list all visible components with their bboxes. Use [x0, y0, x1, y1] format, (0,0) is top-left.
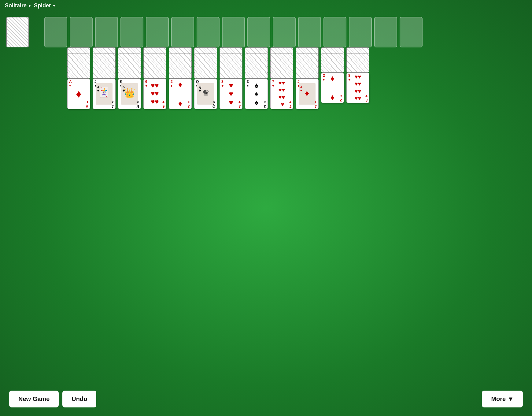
fd-card — [346, 60, 369, 66]
new-game-button[interactable]: New Game — [9, 391, 59, 407]
fd-card — [346, 54, 369, 60]
top-card-7[interactable]: 3♠ ♠♠♠ 3♠ — [245, 79, 268, 109]
card-center-suit: ♦♦ — [178, 80, 182, 108]
top-card-8[interactable]: 7♥ ♥♥♥♥♥♥ ♥ 7♥ — [270, 79, 293, 109]
fd-card — [245, 72, 268, 79]
stock-pile[interactable] — [6, 17, 29, 47]
facedown-stack-8 — [270, 47, 293, 78]
stock-card[interactable] — [6, 17, 29, 47]
tableau-column-3[interactable]: 6♥ ♥♥♥♥♥♥ 6♥ — [143, 47, 166, 109]
fd-card — [67, 47, 90, 54]
bottom-bar: New Game Undo More ▼ — [0, 391, 532, 407]
svg-text:♦: ♦ — [305, 88, 309, 98]
top-card-3[interactable]: 6♥ ♥♥♥♥♥♥ 6♥ — [143, 79, 166, 109]
foundation-slot-7[interactable] — [197, 17, 220, 47]
foundation-slot-13[interactable] — [349, 17, 372, 47]
foundation-slot-14[interactable] — [374, 17, 397, 47]
fd-card — [321, 54, 344, 60]
top-card-6[interactable]: 3♥ ♥♥♥ 3♥ — [220, 79, 242, 109]
fd-card — [194, 60, 217, 66]
fd-card — [143, 47, 166, 54]
tableau-column-7[interactable]: 3♠ ♠♠♠ 3♠ — [245, 47, 268, 109]
card-rank-top: 3♥ — [221, 80, 224, 88]
fd-card — [169, 47, 192, 54]
card-rank-bottom: 2♦ — [340, 94, 342, 102]
tableau-column-5[interactable]: Q♣ ♛ Q ♣ Q♣ — [194, 47, 217, 109]
svg-text:♣: ♣ — [123, 88, 125, 92]
top-card-4[interactable]: 2♦ ♦♦ 2♦ — [169, 79, 192, 109]
tableau-column-11[interactable]: 8♥ ♥♥♥♥♥♥♥♥ 8♥ — [346, 47, 369, 109]
fd-card — [143, 60, 166, 66]
fd-card — [220, 60, 242, 66]
fd-card — [67, 54, 90, 60]
facedown-stack-1 — [93, 47, 116, 78]
tableau-column-9[interactable]: J♦ ♦ J ♦ J♦ — [296, 47, 319, 109]
foundation-slot-11[interactable] — [298, 17, 321, 47]
foundation-slot-12[interactable] — [323, 17, 346, 47]
tableau-column-10[interactable]: 2♦ ♦♦ 2♦ — [321, 47, 344, 109]
foundation-slot-6[interactable] — [171, 17, 194, 47]
foundation-slot-1[interactable] — [44, 17, 67, 47]
svg-text:♦: ♦ — [300, 88, 302, 92]
facedown-stack-0 — [67, 47, 90, 78]
foundation-slot-10[interactable] — [273, 17, 296, 47]
top-card-5[interactable]: Q♣ ♛ Q ♣ Q♣ — [194, 79, 217, 109]
undo-button[interactable]: Undo — [62, 391, 96, 407]
top-card-9[interactable]: J♦ ♦ J ♦ J♦ — [296, 79, 319, 109]
tableau-column-4[interactable]: 2♦ ♦♦ 2♦ — [169, 47, 192, 109]
tableau-column-2[interactable]: K♣ 👑 K ♣ K♣ — [118, 47, 141, 109]
fd-card — [118, 66, 141, 72]
facedown-stack-7 — [245, 47, 268, 78]
card-rank-bottom: 2♦ — [188, 100, 190, 108]
tableau-column-6[interactable]: 3♥ ♥♥♥ 3♥ — [220, 47, 242, 109]
foundation-slot-3[interactable] — [95, 17, 118, 47]
fd-card — [245, 66, 268, 72]
fd-card — [296, 47, 319, 54]
solitaire-menu-button[interactable]: Solitaire ▼ — [5, 2, 31, 9]
card-center-suit: ♥♥♥ — [229, 81, 233, 107]
foundation-slot-8[interactable] — [222, 17, 245, 47]
fd-card — [296, 60, 319, 66]
fd-card — [220, 54, 242, 60]
foundation-slot-5[interactable] — [146, 17, 169, 47]
fd-card — [93, 66, 116, 72]
fd-card — [346, 66, 369, 72]
spider-label: Spider — [34, 2, 51, 9]
foundation-slot-4[interactable] — [120, 17, 143, 47]
card-center-suit: ♥♥♥♥♥♥♥♥ — [355, 73, 361, 102]
top-card-0[interactable]: A♦ ♦ A♦ — [67, 79, 90, 109]
facedown-stack-11 — [346, 47, 369, 72]
fd-card — [270, 60, 293, 66]
spider-menu-button[interactable]: Spider ▼ — [34, 2, 56, 9]
card-center-suit: ♦ — [76, 87, 81, 100]
top-card-2[interactable]: K♣ 👑 K ♣ K♣ — [118, 79, 141, 109]
fd-card — [169, 60, 192, 66]
foundation-slot-15[interactable] — [400, 17, 423, 47]
foundation-slot-2[interactable] — [70, 17, 93, 47]
top-card-1[interactable]: J♠ 🃏 J ♠ J♠ — [93, 79, 116, 109]
fd-card — [93, 72, 116, 79]
tableau-column-8[interactable]: 7♥ ♥♥♥♥♥♥ ♥ 7♥ — [270, 47, 293, 109]
fd-card — [245, 54, 268, 60]
top-card-11[interactable]: 8♥ ♥♥♥♥♥♥♥♥ 8♥ — [346, 72, 369, 103]
tableau-column-0[interactable]: A♦ ♦ A♦ — [67, 47, 90, 109]
card-center-suit: ♥♥♥♥♥♥ — [151, 82, 159, 106]
tableau-column-1[interactable]: J♠ 🃏 J ♠ J♠ — [93, 47, 116, 109]
more-arrow: ▼ — [508, 396, 514, 403]
card-rank-top: 2♦ — [171, 80, 173, 88]
fd-card — [169, 66, 192, 72]
card-rank-bottom: 8♥ — [365, 94, 368, 102]
fd-card — [118, 47, 141, 54]
facedown-stack-3 — [143, 47, 166, 78]
card-back-pattern — [7, 17, 28, 47]
fd-card — [270, 47, 293, 54]
solitaire-arrow: ▼ — [28, 4, 31, 8]
foundation-slot-9[interactable] — [247, 17, 270, 47]
card-center-suit: ♥♥♥♥♥♥ ♥ — [279, 80, 285, 108]
facedown-stack-4 — [169, 47, 192, 78]
top-card-10[interactable]: 2♦ ♦♦ 2♦ — [321, 72, 344, 103]
fd-card — [93, 60, 116, 66]
more-button[interactable]: More ▼ — [482, 391, 523, 407]
card-rank-top: 6♥ — [145, 80, 147, 88]
svg-text:🃏: 🃏 — [98, 86, 110, 98]
